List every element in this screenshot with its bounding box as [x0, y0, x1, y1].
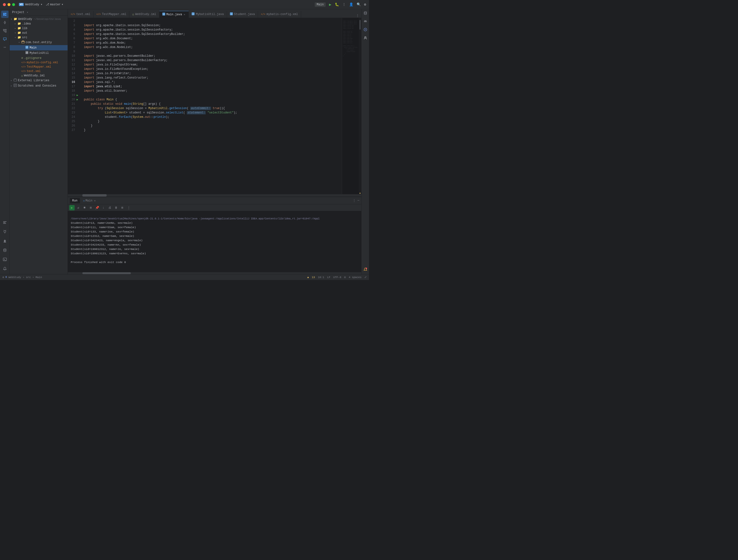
console-output: /Users/eve/Library/Java/JavaVirtualMachi… [68, 211, 361, 272]
copilot-icon[interactable] [363, 36, 367, 41]
bottom-panel-minimize[interactable]: — [358, 199, 359, 203]
titlebar-right: Main ▶ 🐛 ⋮ 👤 🔍 ⚙ [315, 2, 366, 7]
tab-mybatisutil[interactable]: J MybatisUtil.java [189, 11, 227, 18]
run-tool-button[interactable] [1, 219, 8, 226]
settings-console-button[interactable]: ⊞ [120, 205, 125, 211]
svg-rect-14 [3, 223, 6, 224]
build-tool-button[interactable] [1, 237, 8, 245]
tree-item-lib[interactable]: ▸ 📁 lib [10, 26, 68, 31]
tree-item-mybatis-config[interactable]: ▸ </> mybatis-config.xml [10, 60, 68, 65]
branch-icon: ⎇ [46, 3, 49, 6]
branch-selector[interactable]: ⎇ master ▾ [46, 3, 63, 6]
ai-assistant-icon[interactable] [363, 28, 367, 32]
minimap[interactable]: import org.apache.ibatis import org.apac… [342, 18, 359, 194]
tree-item-mybatisutil[interactable]: ▸ J MybatisUtil [10, 50, 68, 56]
tab-bar: </> text.xml </> TestMapper.xml ◻ WebStu… [68, 9, 361, 18]
tab-student[interactable]: J Student.java [227, 11, 258, 18]
chat-tool-button[interactable] [1, 35, 8, 43]
notifications-right-icon[interactable]: ! [363, 267, 367, 272]
search-icon[interactable]: 🔍 [357, 2, 361, 7]
status-gear-icon[interactable]: ⚙ [2, 276, 4, 279]
tree-item-idea[interactable]: ▸ 📁 .idea [10, 21, 68, 26]
tab-main-java[interactable]: J Main.java ✕ [159, 11, 189, 18]
status-expand-icon[interactable]: ⤢ [364, 276, 367, 279]
tab-webstudy-iml[interactable]: ◻ WebStudy.iml [129, 11, 159, 18]
tree-item-testmapper[interactable]: ▸ </> TestMapper.xml [10, 65, 68, 69]
project-tool-button[interactable] [1, 11, 8, 18]
tab-text-xml[interactable]: </> text.xml [68, 11, 93, 18]
tab-testmapper-xml[interactable]: </> TestMapper.xml [93, 11, 130, 18]
vcs-tool-button[interactable] [1, 27, 8, 34]
account-icon[interactable]: 👤 [349, 2, 353, 7]
database-tool-button[interactable] [1, 247, 8, 254]
database-icon[interactable] [363, 11, 367, 16]
tree-item-webstudy-iml[interactable]: ▸ ◻ WebStudy.iml [10, 73, 68, 78]
tree-item-external-libraries[interactable]: ▸ External Libraries [10, 78, 68, 83]
console-path-line: /Users/eve/Library/Java/JavaVirtualMachi… [71, 217, 320, 220]
sidebar-title: Project [12, 11, 24, 14]
console-tab-close[interactable]: ✕ [94, 199, 95, 202]
status-kotlin-icon[interactable]: K [6, 276, 7, 279]
print-button[interactable]: 🖨 [107, 205, 112, 211]
editor-horizontal-scrollbar[interactable] [68, 194, 361, 197]
svg-rect-0 [3, 13, 5, 16]
console-line-3: Student(sid=133, name=Joe, sex=female) [71, 230, 134, 233]
svg-rect-13 [3, 222, 6, 223]
tree-item-out[interactable]: ▾ 📁 out [10, 31, 68, 35]
tab-more-button[interactable]: ⋮ [354, 14, 361, 18]
tab-main-console[interactable]: ◻ Main ✕ [81, 198, 98, 203]
bottom-tab-actions: ⋮ — [353, 199, 359, 203]
code-content[interactable]: import org.apache.ibatis.session.SqlSess… [82, 18, 342, 194]
tab-close-main[interactable]: ✕ [183, 13, 186, 16]
svg-line-17 [4, 230, 4, 231]
debug-tool-button[interactable] [1, 228, 8, 235]
tree-item-webstudy[interactable]: ▾ 📁 WebStudy ~/Desktop/CS/Java [10, 17, 68, 21]
run-button[interactable]: ▶ [329, 2, 331, 7]
pin-tab-button[interactable]: 📌 [94, 205, 100, 211]
console-line-2: Student(sid=111, name=SSam, sex=female) [71, 226, 136, 229]
status-position[interactable]: 18:1 [318, 276, 324, 279]
tab-run[interactable]: Run [70, 198, 80, 203]
close-button[interactable] [3, 3, 6, 6]
status-line-ending[interactable]: LF [327, 276, 330, 279]
scroll-to-end-button[interactable]: ↓ [101, 205, 106, 211]
minimize-button[interactable] [8, 3, 10, 6]
terminal-tool-button[interactable] [1, 256, 8, 263]
status-indent[interactable]: 4 spaces [349, 276, 361, 279]
commit-tool-button[interactable] [1, 19, 8, 26]
tree-item-src[interactable]: ▾ 📁 src [10, 35, 68, 40]
gradle-icon[interactable] [363, 19, 367, 24]
maximize-button[interactable] [12, 3, 15, 6]
settings-icon[interactable]: ⚙ [364, 2, 366, 7]
run-active-button[interactable]: ▶ [69, 205, 75, 211]
rerun-button[interactable]: ↺ [76, 205, 81, 211]
more-icon[interactable]: ⋮ [342, 2, 346, 7]
tab-text-xml-label: text.xml [76, 13, 90, 16]
stop-button[interactable]: ■ [82, 205, 87, 211]
clear-console-button[interactable]: 🗑 [113, 205, 119, 211]
tree-item-text-xml[interactable]: ▸ </> text.xml [10, 69, 68, 73]
notifications-button[interactable] [1, 265, 8, 272]
svg-rect-12 [3, 221, 7, 222]
project-sidebar: Project ▾ ▾ 📁 WebStudy ~/Desktop/CS/Java… [10, 9, 68, 274]
bottom-panel-more[interactable]: ⋮ [353, 199, 356, 203]
project-label[interactable]: WS WebStudy ▾ [19, 3, 42, 6]
tree-item-gitignore[interactable]: ▸ ⊘ .gitignore [10, 56, 68, 60]
tree-item-package[interactable]: ▾ com.test.entity [10, 40, 68, 45]
console-horizontal-scrollbar[interactable] [68, 272, 361, 274]
status-encoding[interactable]: UTF-8 [333, 276, 341, 279]
status-left: ⚙ K WebStudy › src › Main [2, 276, 42, 279]
restore-layout-button[interactable]: ⊞ [88, 205, 93, 211]
line-numbers: 23456 7891011 12131415 16 1718 19 20 212… [68, 18, 76, 194]
more-console-button[interactable]: ⋮ [126, 205, 131, 211]
warning-count[interactable]: 13 [312, 276, 315, 279]
tree-item-scratches[interactable]: ▸ Scratches and Consoles [10, 83, 68, 88]
svg-point-21 [4, 249, 6, 250]
debug-icon[interactable]: 🐛 [335, 2, 339, 7]
tree-item-main-java[interactable]: ▸ J Main [10, 45, 68, 50]
run-config-label[interactable]: Main [315, 2, 326, 7]
tab-mybatis-config[interactable]: </> mybatis-config.xml [258, 11, 301, 18]
file-tree: ▾ 📁 WebStudy ~/Desktop/CS/Java ▸ 📁 .idea… [10, 16, 68, 274]
more-tools-button[interactable]: ⋯ [1, 44, 8, 51]
svg-point-3 [4, 22, 6, 23]
